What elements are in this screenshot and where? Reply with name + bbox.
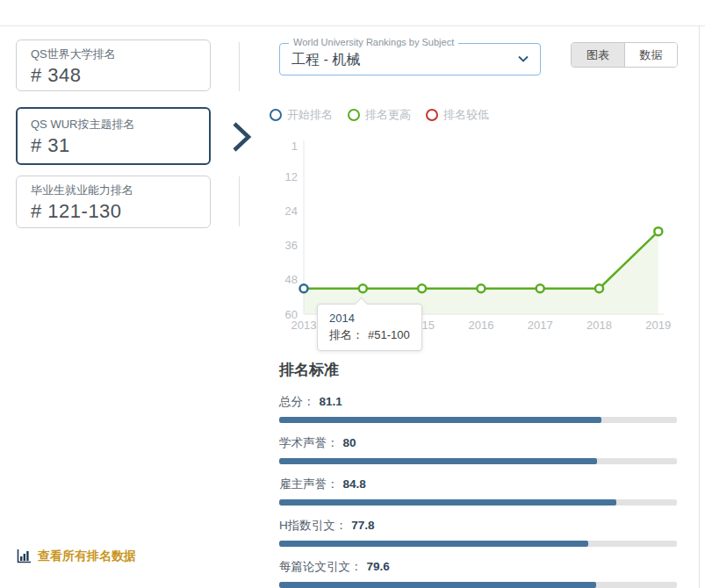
criteria-label: H指数引文： [279, 519, 347, 532]
svg-text:1: 1 [291, 140, 298, 153]
subject-select-value: 工程 - 机械 [291, 44, 360, 75]
criteria-bar-fill [279, 458, 597, 464]
card-value: # 121-130 [31, 200, 196, 223]
svg-text:2017: 2017 [528, 319, 553, 332]
criteria-value: 80 [343, 436, 356, 449]
criteria-bar-fill [279, 582, 596, 588]
criteria-row-academic: 学术声誉：80 [279, 434, 677, 464]
criteria-label: 雇主声誉： [279, 477, 339, 491]
legend-label: 排名较低 [443, 107, 489, 123]
view-all-rankings-link[interactable]: 查看所有排名数据 [16, 549, 136, 564]
criteria-label: 总分： [279, 395, 315, 408]
svg-text:2018: 2018 [586, 319, 612, 332]
svg-text:12: 12 [285, 170, 298, 183]
card-label: QS世界大学排名 [31, 47, 196, 61]
criteria-label: 每篇论文引文： [279, 560, 363, 573]
ranking-card-world[interactable]: QS世界大学排名 # 348 [16, 39, 211, 91]
criteria-section: 排名标准 总分：81.1 学术声誉：80 雇主声誉：84.8 H指数引文：77.… [279, 360, 677, 588]
card-value: # 31 [31, 134, 196, 157]
bar-chart-icon [16, 549, 32, 564]
chart-tooltip: 2014 排名：#51-100 [317, 304, 422, 351]
ranking-card-subject-active[interactable]: QS WUR按主题排名 # 31 [16, 107, 211, 165]
svg-text:48: 48 [285, 273, 298, 286]
criteria-value: 81.1 [320, 395, 342, 408]
tooltip-rank: 排名：#51-100 [329, 326, 410, 343]
criteria-bar-fill [279, 417, 601, 423]
legend-label: 排名更高 [365, 107, 411, 123]
card-divider [239, 176, 240, 226]
criteria-bar [279, 582, 677, 588]
criteria-bar-fill [279, 499, 616, 506]
view-all-rankings-label: 查看所有排名数据 [38, 549, 136, 564]
criteria-row-overall: 总分：81.1 [279, 393, 677, 423]
chevron-right-icon [230, 120, 253, 154]
chart-legend: 开始排名 排名更高 排名较低 [270, 107, 489, 123]
legend-item-higher[interactable]: 排名更高 [348, 107, 411, 123]
card-label: 毕业生就业能力排名 [31, 183, 196, 197]
svg-text:2019: 2019 [645, 319, 671, 332]
legend-marker-icon [348, 109, 360, 121]
criteria-row-employer: 雇主声誉：84.8 [279, 476, 677, 506]
criteria-bar-fill [279, 541, 588, 547]
criteria-title: 排名标准 [279, 360, 677, 380]
legend-label: 开始排名 [287, 107, 333, 123]
card-label: QS WUR按主题排名 [31, 118, 196, 132]
criteria-value: 84.8 [343, 477, 366, 491]
active-card-pointer-button[interactable] [225, 119, 258, 154]
ranking-card-employability[interactable]: 毕业生就业能力排名 # 121-130 [16, 176, 211, 228]
criteria-label: 学术声誉： [279, 436, 339, 449]
card-divider [239, 42, 240, 91]
tooltip-rank-value: #51-100 [368, 328, 410, 341]
criteria-bar [279, 417, 677, 423]
criteria-value: 77.8 [351, 519, 374, 532]
svg-text:2013: 2013 [291, 319, 317, 332]
chevron-down-icon [517, 53, 529, 65]
view-toggle: 图表 数据 [571, 42, 678, 68]
svg-text:36: 36 [285, 239, 298, 252]
top-divider [0, 25, 705, 26]
criteria-bar [279, 499, 677, 506]
legend-item-lower[interactable]: 排名较低 [426, 107, 489, 123]
legend-marker-icon [426, 109, 438, 121]
qs-rankings-widget: QS世界大学排名 # 348 QS WUR按主题排名 # 31 毕业生就业能力排… [0, 0, 705, 588]
legend-marker-icon [270, 109, 282, 121]
criteria-bar [279, 458, 677, 464]
subject-select[interactable]: World University Rankings by Subject 工程 … [279, 43, 541, 75]
legend-item-start[interactable]: 开始排名 [270, 107, 333, 123]
tooltip-rank-label: 排名： [329, 328, 363, 341]
criteria-value: 79.6 [367, 560, 390, 573]
criteria-bar [279, 541, 677, 547]
panel-right-border [699, 26, 700, 588]
criteria-row-citations: 每篇论文引文：79.6 [279, 558, 677, 588]
data-view-button[interactable]: 数据 [624, 43, 677, 67]
svg-text:2016: 2016 [468, 319, 493, 332]
chart-view-button[interactable]: 图表 [572, 43, 624, 67]
svg-text:24: 24 [285, 204, 298, 218]
criteria-row-hindex: H指数引文：77.8 [279, 517, 677, 547]
card-value: # 348 [31, 64, 196, 87]
tooltip-year: 2014 [329, 310, 410, 326]
